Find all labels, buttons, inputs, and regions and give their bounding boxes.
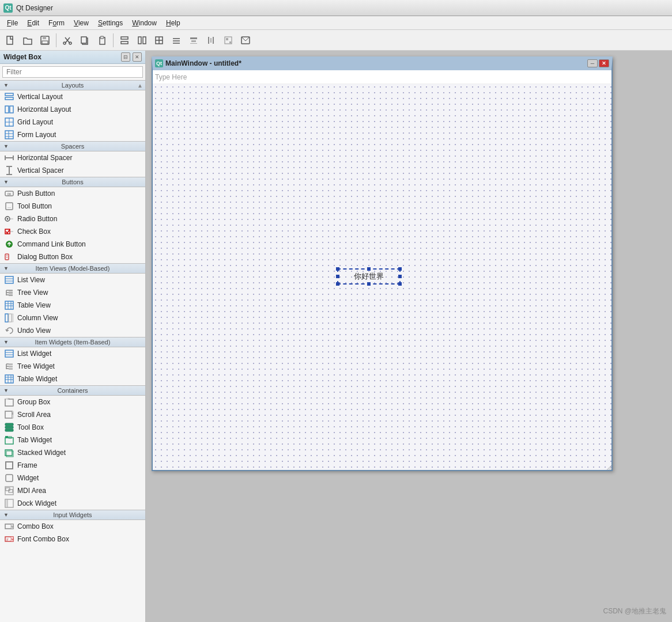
handle-ml[interactable] (336, 275, 339, 278)
widget-horizontal-spacer[interactable]: Horizontal Spacer (0, 151, 145, 164)
section-layouts-label: Layouts (62, 82, 84, 89)
design-surface[interactable]: 你好世界 (153, 84, 611, 470)
widget-tool-button[interactable]: ... Tool Button (0, 200, 145, 213)
toolbar-open[interactable] (20, 32, 36, 48)
section-buttons[interactable]: ▼ Buttons (0, 177, 145, 187)
check-box-label: Check Box (17, 227, 51, 236)
tool-box-icon (5, 423, 14, 432)
widget-horizontal-layout[interactable]: Horizontal Layout (0, 103, 145, 116)
form-layout-label: Form Layout (17, 131, 56, 139)
widget-form-layout[interactable]: Form Layout (0, 128, 145, 141)
section-containers[interactable]: ▼ Containers (0, 385, 145, 396)
widget-list-view[interactable]: List View (0, 274, 145, 286)
svg-rect-100 (5, 423, 13, 426)
menu-help[interactable]: Help (161, 18, 185, 28)
widget-command-link-button[interactable]: Command Link Button (0, 238, 145, 251)
menu-file[interactable]: File (2, 18, 22, 28)
toolbar-cut[interactable] (59, 32, 75, 48)
svg-rect-104 (5, 436, 8, 438)
handle-br[interactable] (398, 282, 402, 286)
widget-frame[interactable]: Frame (0, 459, 145, 472)
widget-undo-view[interactable]: Undo View (0, 324, 145, 337)
widget-mdi-area[interactable]: MDI Area (0, 484, 145, 497)
tab-widget-icon (5, 435, 14, 445)
widget-widget[interactable]: Widget (0, 472, 145, 484)
label-widget[interactable]: 你好世界 (337, 268, 401, 285)
widget-stacked-widget[interactable]: Stacked Widget (0, 446, 145, 459)
handle-tl[interactable] (336, 267, 339, 271)
section-layouts[interactable]: ▼ Layouts ▲ (0, 80, 145, 90)
widget-tool-box[interactable]: Tool Box (0, 421, 145, 434)
handle-bl[interactable] (336, 282, 339, 286)
menu-window[interactable]: Window (127, 18, 161, 28)
toolbar-layout-f[interactable] (168, 32, 184, 48)
toolbar-paste[interactable] (94, 32, 110, 48)
inner-window[interactable]: Qt MainWindow - untitled* ─ ✕ Type Here (152, 56, 613, 471)
widget-vertical-layout[interactable]: Vertical Layout (0, 90, 145, 103)
menu-view[interactable]: View (69, 18, 93, 28)
widget-box-close-btn[interactable]: ✕ (133, 52, 142, 62)
toolbar-new[interactable] (2, 32, 18, 48)
inner-window-menu[interactable]: Type Here (153, 70, 611, 84)
svg-rect-68 (9, 290, 13, 291)
section-item-views-label: Item Views (Model-Based) (36, 265, 110, 272)
toolbar-align1[interactable] (186, 32, 202, 48)
tree-widget-icon (5, 362, 14, 371)
section-input-widgets[interactable]: ▼ Input Widgets (0, 510, 145, 520)
widget-table-view[interactable]: Table View (0, 299, 145, 312)
widget-dialog-button-box[interactable]: Dialog Button Box (0, 251, 145, 263)
toolbar-preview[interactable] (237, 32, 254, 48)
resize-grip[interactable] (605, 463, 611, 470)
inner-window-minimize-btn[interactable]: ─ (587, 59, 598, 67)
svg-rect-88 (9, 368, 13, 370)
toolbar-sep-2 (113, 33, 114, 47)
list-widget-icon (5, 349, 14, 358)
section-spacers[interactable]: ▼ Spacers (0, 141, 145, 151)
handle-tr[interactable] (398, 267, 402, 271)
widget-font-combo-box[interactable]: F Font Combo Box (0, 533, 145, 545)
widget-scroll-area[interactable]: Scroll Area (0, 408, 145, 421)
widget-tab-widget[interactable]: Tab Widget (0, 434, 145, 446)
group-box-label: Group Box (17, 398, 50, 406)
collapse-containers-icon: ▼ (3, 388, 9, 393)
widget-list-widget[interactable]: List Widget (0, 347, 145, 360)
svg-rect-27 (226, 38, 228, 40)
widget-table-widget[interactable]: Table Widget (0, 373, 145, 385)
widget-dock-widget[interactable]: Dock Widget (0, 497, 145, 510)
inner-window-close-btn[interactable]: ✕ (599, 59, 609, 67)
widget-radio-button[interactable]: Radio Button (0, 213, 145, 225)
menu-settings[interactable]: Settings (93, 18, 127, 28)
svg-rect-21 (191, 40, 196, 42)
widget-group-box[interactable]: GB Group Box (0, 396, 145, 408)
widget-push-button[interactable]: OK Push Button (0, 187, 145, 200)
menu-form[interactable]: Form (44, 18, 69, 28)
svg-rect-101 (5, 426, 13, 428)
widget-check-box[interactable]: Check Box (0, 225, 145, 238)
widget-combo-box[interactable]: Combo Box (0, 520, 145, 533)
toolbar-layout-g[interactable] (151, 32, 167, 48)
filter-input[interactable] (2, 66, 143, 78)
widget-vertical-spacer[interactable]: Vertical Spacer (0, 164, 145, 177)
svg-text:F: F (6, 537, 9, 542)
widget-column-view[interactable]: Column View (0, 312, 145, 324)
handle-bm[interactable] (367, 282, 371, 286)
widget-box-header-buttons: ⊟ ✕ (121, 52, 142, 62)
toolbar-layout-h[interactable] (134, 32, 150, 48)
menu-edit[interactable]: Edit (22, 18, 44, 28)
toolbar-layout-v[interactable] (116, 32, 133, 48)
section-spacers-label: Spacers (61, 143, 84, 150)
widget-tree-widget[interactable]: Tree Widget (0, 360, 145, 373)
undo-view-label: Undo View (17, 327, 51, 335)
toolbar-copy[interactable] (77, 32, 93, 48)
toolbar-save[interactable] (37, 32, 53, 48)
section-item-widgets[interactable]: ▼ Item Widgets (Item-Based) (0, 337, 145, 347)
toolbar-align3[interactable] (220, 32, 236, 48)
toolbar-align2[interactable] (203, 32, 219, 48)
section-item-views[interactable]: ▼ Item Views (Model-Based) (0, 263, 145, 274)
widget-box-float-btn[interactable]: ⊟ (121, 52, 130, 62)
widget-grid-layout[interactable]: Grid Layout (0, 116, 145, 128)
handle-mr[interactable] (398, 275, 402, 278)
handle-tm[interactable] (367, 267, 371, 271)
widget-tree-view[interactable]: Tree View (0, 286, 145, 299)
collapse-item-views-icon: ▼ (3, 266, 9, 271)
